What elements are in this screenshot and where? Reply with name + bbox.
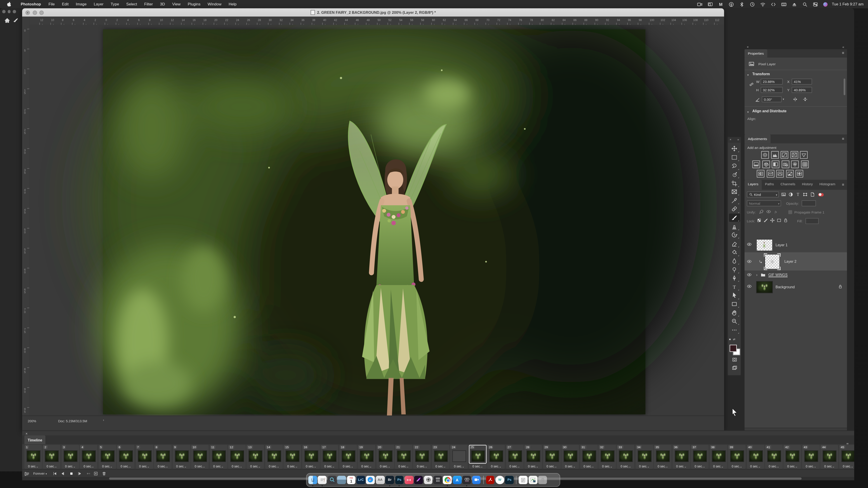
- tool-zoom[interactable]: [729, 317, 740, 326]
- frame-duration[interactable]: 0 sec.⌄: [80, 465, 97, 468]
- frame-thumbnail[interactable]: [619, 450, 633, 462]
- timeline-frame-10[interactable]: 10 0 sec.⌄: [191, 445, 209, 468]
- bluetooth-icon[interactable]: [739, 1, 744, 7]
- timeline-frame-7[interactable]: 7 0 sec.⌄: [135, 445, 153, 468]
- frame-duration[interactable]: 0 sec.⌄: [783, 465, 801, 468]
- transform-section-title[interactable]: Transform: [752, 72, 770, 76]
- tab-properties[interactable]: Properties: [745, 49, 767, 58]
- tool-lasso[interactable]: [729, 162, 740, 170]
- menu-edit[interactable]: Edit: [58, 2, 72, 6]
- color-swatches[interactable]: [730, 343, 739, 354]
- timeline-frame-5[interactable]: 5 0 sec.⌄: [98, 445, 116, 468]
- frame-duration[interactable]: 0 sec.⌄: [747, 465, 764, 468]
- frame-thumbnail[interactable]: [249, 450, 263, 462]
- timeline-frame-17[interactable]: 17 0 sec.⌄: [320, 445, 338, 468]
- canvas-area[interactable]: [29, 25, 724, 416]
- adjustment-color-balance[interactable]: [762, 160, 770, 168]
- y-field[interactable]: 40.89%: [792, 87, 812, 93]
- adjustment-brightness-contrast[interactable]: [761, 151, 769, 159]
- timeline-frame-45[interactable]: 45 0 sec.⌄: [839, 445, 854, 468]
- rotation-field[interactable]: 0.00°: [762, 96, 782, 102]
- frame-duration[interactable]: 0 sec.⌄: [487, 465, 505, 468]
- align-section-title[interactable]: Align and Distribute: [752, 109, 786, 113]
- app-window-controls[interactable]: [2, 10, 16, 13]
- timeline-frame-3[interactable]: 3 0 sec.⌄: [61, 445, 79, 468]
- frame-thumbnail[interactable]: [397, 450, 411, 462]
- adjustment-channel-mixer[interactable]: [791, 160, 799, 168]
- dock-camera-app[interactable]: [424, 476, 433, 484]
- first-frame-button[interactable]: [53, 471, 57, 476]
- filter-adjustment-icon[interactable]: [788, 192, 793, 197]
- frame-duration[interactable]: 0 sec.⌄: [524, 465, 542, 468]
- tool-blur[interactable]: [729, 257, 740, 265]
- frame-duration[interactable]: 0 sec.⌄: [432, 465, 450, 468]
- layer-filter-kind[interactable]: Kind ▾: [747, 191, 779, 197]
- menu-3d[interactable]: 3D: [156, 2, 168, 6]
- filter-adjustment-icon[interactable]: [788, 192, 793, 197]
- tool-type[interactable]: T: [729, 283, 740, 291]
- flip-horizontal-icon[interactable]: [793, 97, 798, 102]
- frame-thumbnail[interactable]: [453, 450, 466, 462]
- menu-filter[interactable]: Filter: [141, 2, 156, 6]
- collapse-icon[interactable]: »: [737, 138, 739, 142]
- accessibility-icon[interactable]: [728, 1, 734, 7]
- blend-mode-select[interactable]: Normal ▾: [747, 200, 781, 206]
- frame-duration[interactable]: 0 sec.⌄: [247, 465, 264, 468]
- frame-thumbnail[interactable]: [767, 450, 781, 462]
- doc-size-readout[interactable]: Doc: 5.23M/313.5M: [58, 418, 87, 423]
- tab-layers[interactable]: Layers: [745, 180, 762, 190]
- layer-thumbnail[interactable]: [756, 239, 773, 251]
- timeline-frame-12[interactable]: 12 0 sec.⌄: [228, 445, 246, 468]
- timeline-frame-27[interactable]: 27 0 sec.⌄: [506, 445, 524, 468]
- dock-calendar[interactable]: FEB1: [347, 476, 355, 484]
- tool-brush[interactable]: [729, 214, 740, 222]
- filter-smart-object-icon[interactable]: [810, 192, 815, 197]
- lock-move-icon[interactable]: [770, 218, 775, 223]
- lock-paint-icon[interactable]: [763, 218, 768, 223]
- adjustment-posterize[interactable]: [767, 170, 774, 177]
- width-field[interactable]: 23.88%: [761, 78, 783, 85]
- dock-photoshop[interactable]: Ps: [395, 476, 404, 484]
- menu-window[interactable]: Window: [204, 2, 225, 6]
- dock-quicktime[interactable]: [328, 476, 336, 484]
- layer-thumbnail[interactable]: [756, 281, 773, 293]
- dock-calculator[interactable]: [434, 476, 442, 484]
- filter-pixel-icon[interactable]: [781, 192, 786, 197]
- time-machine-icon[interactable]: [749, 1, 755, 7]
- frame-duration[interactable]: 0 sec.⌄: [191, 465, 209, 468]
- camera-icon[interactable]: [697, 1, 702, 7]
- time-machine-icon[interactable]: [749, 1, 755, 7]
- dock-textedit[interactable]: [318, 476, 327, 484]
- timeline-frame-6[interactable]: 6 0 sec.⌄: [117, 445, 134, 468]
- tool-quick-select[interactable]: [729, 170, 740, 179]
- control-center-icon[interactable]: [813, 1, 818, 7]
- frame-duration[interactable]: 0 sec.⌄: [802, 465, 819, 468]
- adjustment-color-lookup[interactable]: [801, 160, 808, 168]
- home-icon[interactable]: [4, 18, 10, 23]
- screen-mode-icon[interactable]: [732, 365, 737, 370]
- dock-trash[interactable]: [538, 476, 547, 484]
- frame-duration[interactable]: 0 sec.⌄: [413, 465, 431, 468]
- dock-finder[interactable]: [308, 476, 317, 484]
- loop-count-select[interactable]: Forever ▾: [33, 471, 47, 476]
- tool-path-select[interactable]: [729, 291, 740, 300]
- frame-thumbnail[interactable]: [341, 450, 355, 462]
- frame-duration[interactable]: 0 sec.⌄: [339, 465, 357, 468]
- lock-paint-icon[interactable]: [763, 218, 768, 223]
- menu-clock[interactable]: Tue 1 Feb 9:27 am: [832, 0, 864, 8]
- layer-name[interactable]: GIF WINGS: [768, 273, 787, 276]
- visibility-eye-icon[interactable]: [747, 242, 752, 247]
- frame-duration[interactable]: 0 sec.⌄: [302, 465, 320, 468]
- panel-menu-icon[interactable]: ≡: [842, 51, 844, 55]
- timeline-frame-35[interactable]: 35 0 sec.⌄: [654, 445, 672, 468]
- timeline-frame-8[interactable]: 8 0 sec.⌄: [154, 445, 172, 468]
- visibility-eye-icon[interactable]: [747, 259, 752, 264]
- lock-all-icon[interactable]: [783, 218, 788, 223]
- frame-thumbnail[interactable]: [712, 450, 725, 462]
- display-icon[interactable]: [708, 1, 713, 7]
- timeline-frame-31[interactable]: 31 0 sec.⌄: [580, 445, 597, 468]
- frame-thumbnail[interactable]: [730, 450, 744, 462]
- menu-plugins[interactable]: Plugins: [184, 2, 204, 6]
- previous-frame-button[interactable]: [60, 471, 65, 476]
- control-center-icon[interactable]: [813, 1, 818, 7]
